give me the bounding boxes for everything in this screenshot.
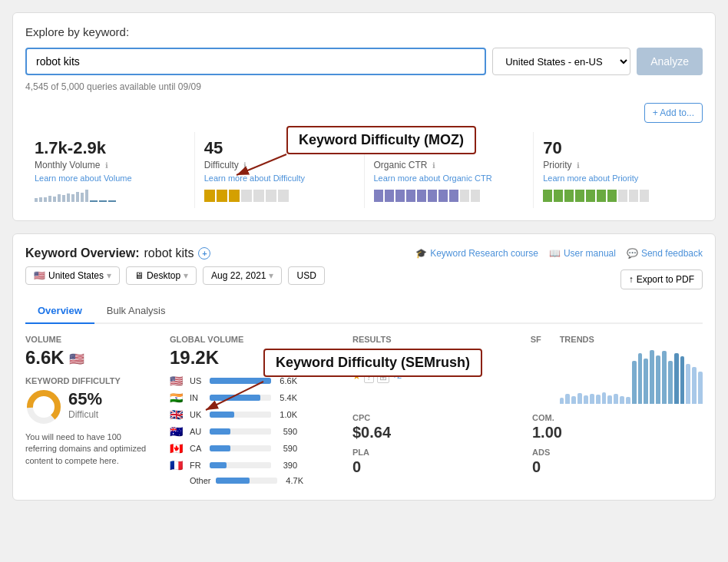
results-header: Results	[352, 335, 524, 344]
analyze-button[interactable]: Analyze	[637, 48, 703, 75]
diff-bar-3	[229, 190, 240, 202]
other-val: 4.7K	[282, 476, 303, 485]
filter-row: 🇺🇸 United States ▾ 🖥 Desktop ▾ Aug 22, 2…	[25, 266, 325, 285]
kw-diff-value: 65%	[68, 389, 102, 409]
filter-export-row: 🇺🇸 United States ▾ 🖥 Desktop ▾ Aug 22, 2…	[25, 266, 703, 293]
us-val: 6.6K	[276, 376, 297, 385]
kw-research-link[interactable]: 🎓 Keyword Research course	[415, 248, 538, 259]
tab-overview[interactable]: Overview	[25, 299, 94, 324]
com-value: 1.00	[532, 424, 703, 441]
vol-bar-5	[53, 197, 56, 202]
moz-panel: Explore by keyword: United States - en-U…	[12, 12, 716, 221]
tab-bulk-analysis[interactable]: Bulk Analysis	[94, 299, 178, 324]
trend-bar-14	[638, 353, 643, 405]
device-chevron-icon: ▾	[184, 270, 188, 281]
trend-bar-16	[650, 350, 654, 404]
country-select[interactable]: United States - en-US	[492, 48, 630, 75]
pri-bar-8	[618, 190, 627, 202]
trend-bar-21	[680, 356, 685, 404]
volume-value: 1.7k-2.9k	[35, 138, 185, 158]
add-to-button[interactable]: + Add to...	[644, 103, 703, 123]
com-label: Com.	[532, 413, 703, 422]
volume-label: Monthly Volume ℹ	[35, 160, 185, 170]
pla-value: 0	[352, 458, 523, 476]
trend-bar-18	[662, 351, 667, 404]
priority-link[interactable]: Learn more about Priority	[543, 174, 638, 183]
results-header-row: Results SF Trends	[352, 335, 703, 344]
priority-bars	[543, 190, 693, 202]
vol-bar-4	[48, 196, 51, 202]
pri-bar-1	[543, 190, 552, 202]
kw-diff-section-label: Keyword Difficulty	[25, 376, 164, 385]
country-row-ca: 🇨🇦 CA 590	[170, 442, 346, 455]
export-button[interactable]: ↑ Export to PDF	[620, 269, 703, 289]
ctr-bar-4	[406, 190, 415, 202]
ctr-bar-3	[395, 190, 405, 202]
moz-annotation: Keyword Difficulty (MOZ)	[286, 126, 476, 154]
search-row: United States - en-US Analyze	[25, 48, 703, 75]
vol-bar-7	[62, 195, 65, 202]
pri-bar-4	[575, 190, 584, 202]
filter-date[interactable]: Aug 22, 2021 ▾	[203, 266, 282, 285]
search-input[interactable]	[25, 48, 486, 75]
trend-bar-6	[590, 394, 594, 404]
desktop-icon: 🖥	[134, 270, 144, 281]
pri-bar-3	[564, 190, 574, 202]
volume-link[interactable]: Learn more about Volume	[35, 174, 132, 183]
com-block: Com. 1.00	[532, 413, 703, 441]
filter-country[interactable]: 🇺🇸 United States ▾	[25, 266, 120, 285]
diff-bar-7	[278, 190, 289, 202]
ctr-bar-8	[449, 190, 458, 202]
trend-bar-23	[692, 367, 697, 404]
tab-row: Overview Bulk Analysis	[25, 299, 703, 324]
ctr-bar-1	[374, 190, 383, 202]
ca-val: 590	[276, 444, 297, 453]
sf-header: SF	[531, 335, 554, 344]
semrush-annotation-text: Keyword Difficulty (SEMrush)	[263, 349, 482, 377]
semrush-annotation: Keyword Difficulty (SEMrush)	[263, 349, 482, 377]
kw-title-text: Keyword Overview:	[25, 246, 140, 260]
user-manual-link[interactable]: 📖 User manual	[549, 248, 616, 259]
trend-bar-5	[584, 395, 588, 404]
vol-dash-2	[99, 200, 107, 202]
svg-line-3	[206, 382, 263, 410]
fr-flag: 🇫🇷	[170, 459, 185, 471]
kw-diff-label: Difficult	[68, 409, 102, 420]
trend-bar-20	[674, 353, 679, 405]
filter-currency[interactable]: USD	[288, 266, 324, 285]
vol-bar-6	[58, 194, 61, 202]
ctr-bar-10	[471, 190, 480, 202]
send-feedback-link[interactable]: 💬 Send feedback	[627, 248, 703, 259]
vol-bar-12	[85, 190, 88, 202]
au-code: AU	[190, 427, 205, 436]
vol-bar-9	[71, 194, 74, 202]
fr-bar-fill	[210, 462, 227, 468]
metric-priority: 70 Priority ℹ Learn more about Priority	[534, 132, 703, 208]
pri-bar-2	[554, 190, 563, 202]
us-flag-icon: 🇺🇸	[34, 270, 45, 281]
priority-value: 70	[543, 138, 693, 158]
kw-header: Keyword Overview: robot kits + 🎓 Keyword…	[25, 246, 703, 260]
trend-bar-7	[596, 395, 601, 404]
trend-bar-24	[698, 372, 703, 404]
au-bar-fill	[210, 428, 230, 435]
ctr-bar-6	[428, 190, 437, 202]
overview-annotation-wrapper: Keyword Difficulty (SEMrush) Volume 6.6K…	[25, 335, 703, 488]
ctr-info-icon: ℹ	[432, 161, 435, 170]
moz-annotation-wrapper: Keyword Difficulty (MOZ) + Add to... 1.7…	[25, 103, 703, 208]
filter-device[interactable]: 🖥 Desktop ▾	[126, 266, 197, 285]
pri-bar-6	[597, 190, 606, 202]
kw-add-icon[interactable]: +	[198, 247, 210, 260]
volume-info-icon: ℹ	[105, 161, 108, 170]
us-flag: 🇺🇸	[170, 375, 185, 387]
priority-info-icon: ℹ	[577, 161, 580, 170]
trends-mini-chart	[560, 350, 703, 404]
ctr-bar-5	[417, 190, 426, 202]
volume-section-label: Volume	[25, 335, 164, 344]
fr-val: 390	[276, 461, 297, 470]
uk-val: 1.0K	[276, 410, 297, 419]
ctr-link[interactable]: Learn more about Organic CTR	[374, 174, 492, 183]
vol-dash	[90, 200, 98, 202]
au-bar-track	[210, 428, 271, 435]
vol-bar-1	[35, 198, 38, 202]
